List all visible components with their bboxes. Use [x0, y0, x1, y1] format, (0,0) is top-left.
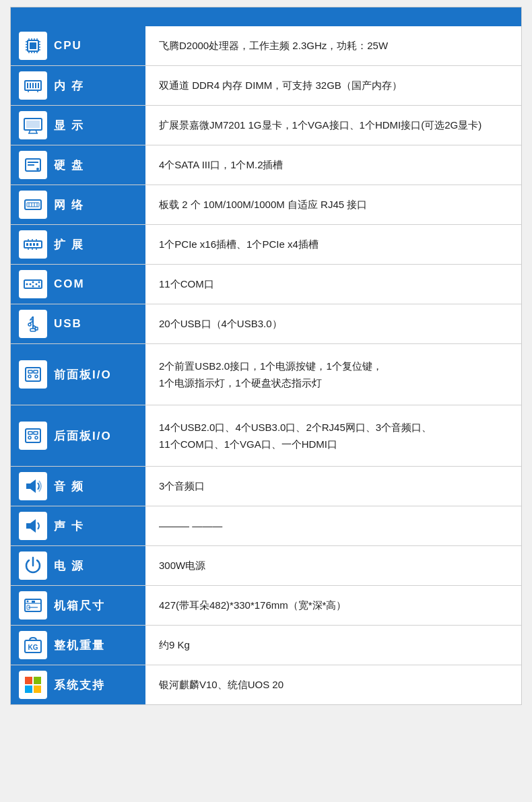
spec-row-cpu: CPU飞腾D2000处理器，工作主频 2.3GHz，功耗：25W [11, 26, 521, 66]
spec-label-text-chassis: 机箱尺寸 [54, 598, 105, 613]
spec-label-text-display: 显 示 [54, 118, 84, 133]
spec-label-chassis: 机箱尺寸 [11, 586, 145, 625]
spec-row-display: 显 示扩展景嘉微JM7201 1G显卡，1个VGA接口、1个HDMI接口(可选2… [11, 106, 521, 145]
svg-rect-42 [26, 243, 28, 246]
svg-rect-72 [28, 432, 32, 434]
spec-row-memory: 内 存双通道 DDR4 内存 DIMM，可支持 32GB（国产内存） [11, 66, 521, 106]
spec-row-os: 系统支持银河麒麟V10、统信UOS 20 [11, 665, 521, 704]
spec-value-expand: 1个PCIe x16插槽、1个PCIe x4插槽 [145, 225, 521, 264]
spec-value-text-network: 板载 2 个 10M/100M/1000M 自适应 RJ45 接口 [159, 196, 367, 213]
spec-value-weight: 约9 Kg [145, 626, 521, 665]
spec-value-text-audio: 3个音频口 [159, 477, 205, 495]
spec-table: CPU飞腾D2000处理器，工作主频 2.3GHz，功耗：25W 内 存双通道 … [10, 7, 522, 705]
spec-label-text-rear-io: 后面板I/O [54, 428, 112, 444]
spec-row-rear-io: 后面板I/O14个USB2.0口、4个USB3.0口、2个RJ45网口、3个音频… [11, 405, 521, 467]
spec-label-usb: USB [11, 304, 145, 343]
spec-label-harddisk: 硬 盘 [11, 145, 145, 185]
spec-label-weight: KG 整机重量 [11, 626, 145, 665]
spec-label-text-com: COM [54, 277, 85, 291]
spec-value-power: 300W电源 [145, 546, 521, 585]
harddisk-icon [19, 151, 47, 179]
svg-rect-19 [27, 83, 28, 88]
spec-value-cpu: 飞腾D2000处理器，工作主频 2.3GHz，功耗：25W [145, 26, 521, 65]
network-icon [19, 191, 47, 219]
spec-label-text-cpu: CPU [54, 39, 82, 53]
spec-label-com: COM [11, 265, 145, 304]
spec-value-text-harddisk: 4个SATA III口，1个M.2插槽 [159, 156, 283, 174]
spec-label-cpu: CPU [11, 26, 145, 65]
spec-label-soundcard: 声 卡 [11, 506, 145, 545]
spec-value-rear-io: 14个USB2.0口、4个USB3.0口、2个RJ45网口、3个音频口、11个C… [145, 405, 521, 466]
spec-label-text-weight: 整机重量 [54, 638, 105, 653]
spec-label-text-memory: 内 存 [54, 78, 84, 94]
spec-label-audio: 音 频 [11, 467, 145, 506]
spec-label-text-power: 电 源 [54, 558, 84, 574]
spec-row-harddisk: 硬 盘4个SATA III口，1个M.2插槽 [11, 145, 521, 185]
spec-value-os: 银河麒麟V10、统信UOS 20 [145, 665, 521, 704]
spec-label-front-io: 前面板I/O [11, 344, 145, 405]
spec-value-text-display: 扩展景嘉微JM7201 1G显卡，1个VGA接口、1个HDMI接口(可选2G显卡… [159, 116, 481, 134]
svg-point-70 [35, 375, 38, 378]
spec-row-usb: USB20个USB口（4个USB3.0） [11, 304, 521, 344]
svg-rect-89 [34, 686, 41, 693]
svg-rect-87 [34, 677, 41, 684]
spec-value-chassis: 427(带耳朵482)*330*176mm（宽*深*高） [145, 586, 521, 625]
svg-rect-20 [30, 83, 31, 88]
svg-point-69 [28, 375, 31, 378]
spec-value-audio: 3个音频口 [145, 467, 521, 506]
svg-rect-73 [34, 432, 38, 434]
svg-point-59 [38, 286, 40, 288]
spec-value-harddisk: 4个SATA III口，1个M.2插槽 [145, 145, 521, 185]
svg-rect-88 [25, 686, 32, 693]
spec-label-text-audio: 音 频 [54, 479, 84, 494]
audio-icon [19, 472, 47, 500]
spec-value-text-chassis: 427(带耳朵482)*330*176mm（宽*深*高） [159, 597, 346, 614]
svg-rect-34 [28, 164, 34, 166]
spec-label-text-front-io: 前面板I/O [54, 367, 112, 382]
os-icon [19, 671, 47, 699]
svg-point-62 [28, 323, 31, 326]
svg-rect-67 [28, 370, 32, 373]
spec-label-network: 网 络 [11, 185, 145, 224]
svg-marker-76 [26, 479, 36, 493]
spec-label-text-usb: USB [54, 317, 82, 331]
spec-value-display: 扩展景嘉微JM7201 1G显卡，1个VGA接口、1个HDMI接口(可选2G显卡… [145, 106, 521, 145]
spec-label-text-soundcard: 声 卡 [54, 519, 84, 534]
com-icon [19, 270, 47, 298]
table-title [11, 7, 521, 26]
spec-row-expand: 扩 展1个PCIe x16插槽、1个PCIe x4插槽 [11, 225, 521, 265]
svg-rect-68 [34, 370, 38, 373]
svg-marker-77 [26, 519, 36, 533]
svg-rect-1 [30, 42, 36, 49]
svg-point-54 [30, 283, 32, 286]
power-icon [19, 552, 47, 580]
cpu-icon [19, 32, 47, 60]
svg-rect-81 [32, 601, 35, 603]
spec-row-weight: KG 整机重量约9 Kg [11, 626, 521, 665]
svg-rect-22 [35, 83, 36, 88]
spec-label-text-os: 系统支持 [54, 677, 105, 693]
spec-value-text-front-io: 2个前置USB2.0接口，1个电源按键，1个复位键，1个电源指示灯，1个硬盘状态… [159, 358, 383, 392]
display-icon [19, 111, 47, 139]
spec-label-text-harddisk: 硬 盘 [54, 158, 84, 173]
svg-point-53 [26, 283, 28, 286]
spec-value-com: 11个COM口 [145, 265, 521, 304]
svg-point-74 [28, 436, 31, 439]
spec-value-text-com: 11个COM口 [159, 275, 214, 293]
spec-value-text-power: 300W电源 [159, 557, 205, 574]
spec-value-text-memory: 双通道 DDR4 内存 DIMM，可支持 32GB（国产内存） [159, 77, 402, 94]
weight-icon: KG [19, 631, 47, 659]
spec-value-text-expand: 1个PCIe x16插槽、1个PCIe x4插槽 [159, 236, 319, 253]
memory-icon [19, 71, 47, 100]
svg-point-32 [36, 168, 39, 170]
spec-label-rear-io: 后面板I/O [11, 405, 145, 466]
spec-label-os: 系统支持 [11, 665, 145, 704]
svg-rect-30 [26, 121, 40, 128]
svg-rect-66 [26, 368, 40, 381]
spec-row-power: 电 源300W电源 [11, 546, 521, 586]
svg-point-80 [27, 601, 29, 603]
spec-row-com: COM11个COM口 [11, 265, 521, 304]
svg-point-75 [35, 436, 38, 439]
spec-value-text-os: 银河麒麟V10、统信UOS 20 [159, 676, 284, 694]
svg-point-57 [36, 283, 38, 286]
